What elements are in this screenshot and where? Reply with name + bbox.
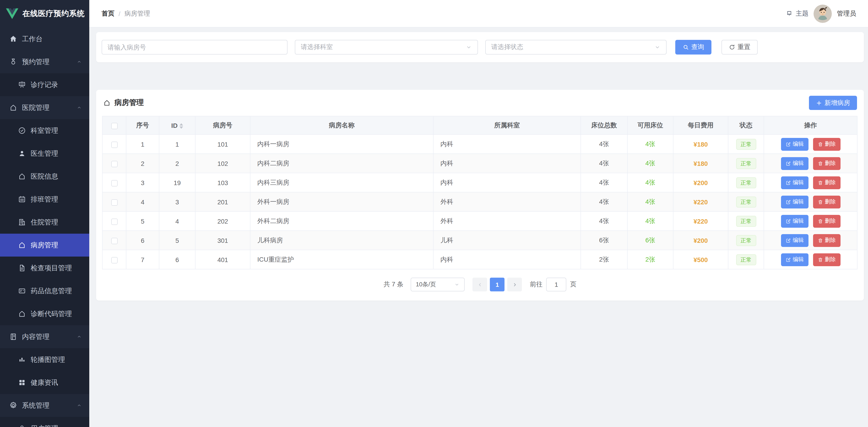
edit-icon (785, 180, 791, 185)
sidebar-item-label: 轮播图管理 (31, 355, 82, 364)
row-checkbox[interactable] (111, 237, 117, 244)
cell-available-beds: 4张 (627, 192, 673, 211)
sidebar-item-user-management[interactable]: 用户管理 (0, 417, 89, 427)
delete-button[interactable]: 删除 (813, 215, 840, 227)
delete-button[interactable]: 删除 (813, 234, 840, 247)
sidebar-item-exam-item-management[interactable]: 检查项目管理 (0, 257, 89, 280)
cell-ward-name: 儿科病房 (250, 231, 433, 250)
cell-ward-number: 101 (195, 135, 250, 154)
add-ward-button[interactable]: 新增病房 (809, 96, 857, 110)
sidebar-item-hospital-info[interactable]: 医院信息 (0, 165, 89, 188)
row-checkbox[interactable] (111, 257, 117, 263)
edit-button[interactable]: 编辑 (781, 157, 808, 170)
sidebar-item-health-news[interactable]: 健康资讯 (0, 371, 89, 394)
column-header-label: 操作 (804, 121, 817, 129)
avatar-image (813, 4, 832, 23)
pagination-next-button[interactable] (507, 278, 522, 291)
delete-button[interactable]: 删除 (813, 176, 840, 189)
sidebar-item-workbench[interactable]: 工作台 (0, 28, 89, 50)
sidebar-item-diagnosis-code-management[interactable]: 诊断代码管理 (0, 303, 89, 325)
sort-carets-icon[interactable] (180, 123, 183, 129)
pagination-page-1[interactable]: 1 (490, 278, 505, 291)
edit-button[interactable]: 编辑 (781, 215, 808, 227)
card-title-label: 病房管理 (115, 98, 144, 108)
sidebar-item-label: 医生管理 (31, 149, 82, 158)
cell-ward-number: 202 (195, 211, 250, 231)
edit-button[interactable]: 编辑 (781, 138, 808, 150)
cell-daily-fee: ¥180 (673, 135, 728, 154)
status-badge: 正常 (736, 196, 756, 207)
page-unit-label: 页 (570, 280, 577, 289)
status-select[interactable]: 请选择状态 (485, 40, 666, 55)
column-header-label: 可用床位 (638, 121, 663, 129)
cell-status: 正常 (728, 154, 764, 173)
cell-status: 正常 (728, 173, 764, 192)
house-icon (9, 104, 18, 112)
search-icon (683, 44, 689, 50)
sidebar-item-system-management[interactable]: 系统管理 (0, 394, 89, 417)
user-avatar[interactable] (813, 4, 832, 23)
column-header-label: 所属科室 (494, 121, 520, 129)
row-checkbox[interactable] (111, 180, 117, 186)
sidebar-item-schedule-management[interactable]: 排班管理 (0, 188, 89, 211)
sidebar-item-label: 病房管理 (31, 241, 82, 250)
delete-button[interactable]: 删除 (813, 157, 840, 170)
select-all-checkbox[interactable] (111, 122, 117, 129)
vue-logo-icon (6, 8, 18, 19)
row-checkbox[interactable] (111, 199, 117, 205)
row-checkbox[interactable] (111, 141, 117, 148)
status-select-placeholder: 请选择状态 (491, 43, 523, 51)
theme-toggle[interactable]: 主题 (785, 9, 808, 18)
sidebar-item-treatment-records[interactable]: 诊疗记录 (0, 73, 89, 96)
reset-button[interactable]: 重置 (721, 40, 758, 55)
edit-button[interactable]: 编辑 (781, 253, 808, 266)
cell-daily-fee: ¥180 (673, 154, 728, 173)
main-area: 首页 / 病房管理 主题 (89, 0, 868, 427)
sidebar-item-appointment-management[interactable]: 预约管理 (0, 50, 89, 73)
cell-select (102, 231, 126, 250)
cell-id: 6 (159, 250, 195, 269)
page-size-select[interactable]: 10条/页 (411, 278, 465, 291)
column-header-select[interactable] (102, 116, 126, 135)
delete-button-label: 删除 (825, 256, 836, 263)
breadcrumb-home[interactable]: 首页 (102, 9, 115, 18)
sidebar-item-inpatient-management[interactable]: 住院管理 (0, 211, 89, 234)
edit-button[interactable]: 编辑 (781, 234, 808, 247)
row-checkbox[interactable] (111, 218, 117, 225)
user-name[interactable]: 管理员 (837, 9, 856, 18)
row-checkbox[interactable] (111, 161, 117, 167)
sidebar-item-department-management[interactable]: 科室管理 (0, 119, 89, 142)
sidebar-item-hospital-management[interactable]: 医院管理 (0, 96, 89, 119)
edit-button[interactable]: 编辑 (781, 176, 808, 189)
ward-table: 序号ID病房号病房名称所属科室床位总数可用床位每日费用状态操作 11101内科一… (102, 116, 858, 269)
board-icon (18, 81, 26, 89)
cell-index: 2 (126, 154, 159, 173)
pagination-prev-button[interactable] (473, 278, 487, 291)
department-select[interactable]: 请选择科室 (295, 40, 478, 55)
histogram-icon (18, 355, 26, 364)
edit-button[interactable]: 编辑 (781, 195, 808, 208)
ward-number-input[interactable] (102, 40, 287, 55)
calendar-icon (18, 195, 26, 203)
delete-button[interactable]: 删除 (813, 195, 840, 208)
goto-page-input[interactable] (547, 278, 566, 291)
delete-button[interactable]: 删除 (813, 253, 840, 266)
sidebar-item-carousel-management[interactable]: 轮播图管理 (0, 348, 89, 371)
sidebar-item-content-management[interactable]: 内容管理 (0, 325, 89, 348)
chevron-down-icon (466, 44, 472, 50)
table-row: 54202外科二病房外科4张4张¥220正常编辑删除 (102, 211, 857, 231)
delete-button[interactable]: 删除 (813, 138, 840, 150)
search-button[interactable]: 查询 (675, 40, 711, 55)
chevron-right-icon (512, 282, 518, 287)
sidebar-item-label: 药品信息管理 (31, 287, 82, 295)
sidebar-item-doctor-management[interactable]: 医生管理 (0, 142, 89, 165)
sidebar-item-drug-info-management[interactable]: 药品信息管理 (0, 280, 89, 303)
sidebar-item-label: 诊断代码管理 (31, 310, 82, 318)
column-header-id[interactable]: ID (159, 116, 195, 135)
sidebar-item-ward-management[interactable]: 病房管理 (0, 234, 89, 257)
delete-icon (817, 257, 823, 262)
cell-operations: 编辑删除 (764, 231, 857, 250)
cell-select (102, 250, 126, 269)
cell-total-beds: 4张 (581, 211, 627, 231)
sidebar-item-label: 内容管理 (22, 332, 76, 341)
